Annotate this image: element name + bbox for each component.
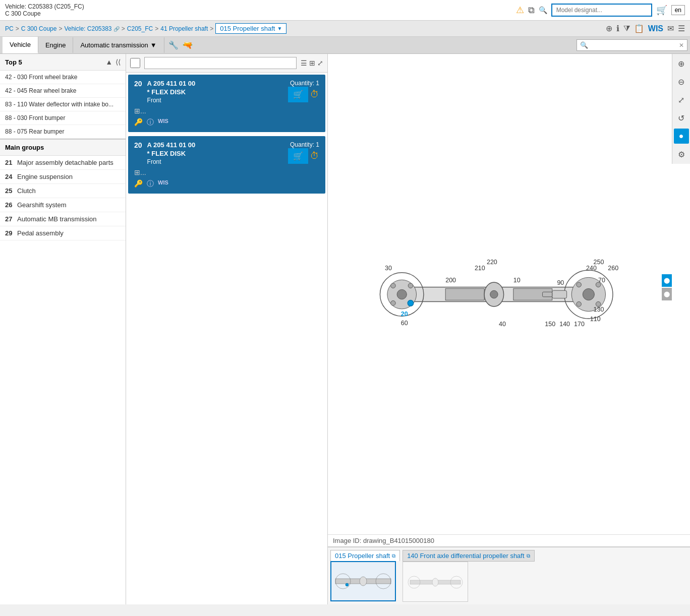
svg-text:260: 260 <box>608 264 618 271</box>
part-0-name: * FLEX DISK <box>147 88 196 96</box>
doc-btn[interactable]: 📋 <box>634 24 644 33</box>
part-0-info-icon[interactable]: ⓘ <box>147 118 154 127</box>
breadcrumb-pc[interactable]: PC <box>5 25 14 32</box>
svg-text:90: 90 <box>557 279 564 286</box>
parts-list-icon[interactable]: ☰ <box>301 59 307 67</box>
diag-rotate-btn[interactable]: ↺ <box>674 110 689 126</box>
part-1-info-icon[interactable]: ⓘ <box>147 179 154 189</box>
svg-point-8 <box>408 300 414 306</box>
svg-text:20: 20 <box>401 311 408 318</box>
zoom-in-btn[interactable]: ⊕ <box>606 24 612 33</box>
diag-zoom-out-btn[interactable]: ⊖ <box>674 74 689 89</box>
breadcrumb-tools: ⊕ ℹ ⧩ 📋 WIS ✉ ☰ <box>606 24 685 33</box>
part-1-sub: Front <box>147 158 196 165</box>
tab-search-clear[interactable]: ✕ <box>679 42 684 49</box>
svg-text:200: 200 <box>445 276 456 283</box>
vehicle-model: C 300 Coupe <box>5 10 84 17</box>
part-1-cart-btn[interactable]: 🛒 <box>288 148 308 164</box>
thumbnail-img-1[interactable] <box>402 562 468 602</box>
tab-tool-icon-2[interactable]: 🔫 <box>183 40 193 50</box>
info-btn[interactable]: ℹ <box>616 24 619 33</box>
part-0-key-icon[interactable]: 🔑 <box>134 118 143 127</box>
breadcrumb-fc[interactable]: C205_FC <box>127 25 153 32</box>
svg-rect-16 <box>445 288 484 300</box>
part-0-wis-icon[interactable]: WIS <box>158 118 168 127</box>
part-0-pos: 20 <box>134 80 142 88</box>
parts-search-input[interactable] <box>144 57 297 69</box>
group-item-25[interactable]: 25 Clutch <box>0 184 126 198</box>
parts-list-header: ☰ ⊞ ⤢ <box>126 54 327 73</box>
part-item-0-header: 20 A 205 411 01 00 * FLEX DISK Front Qua… <box>134 80 319 105</box>
group-item-27[interactable]: 27 Automatic MB transmission <box>0 212 126 226</box>
diagram-svg: 30 20 60 200 210 220 40 10 150 140 170 2… <box>373 231 625 357</box>
breadcrumb-propeller[interactable]: 41 Propeller shaft <box>160 25 208 32</box>
image-id-text: Image ID: drawing_B41015000180 <box>333 537 434 544</box>
thumbnails-row: 015 Propeller shaft ⧉ 140 Front axle dif… <box>328 546 690 604</box>
svg-text:30: 30 <box>385 264 392 271</box>
thumbnail-external-icon-0[interactable]: ⧉ <box>392 553 395 559</box>
thumbnail-tab-0[interactable]: 015 Propeller shaft ⧉ <box>330 550 400 561</box>
breadcrumb-current-item[interactable]: 015 Propeller shaft ▼ <box>215 23 286 34</box>
top5-hide-btn[interactable]: ⟨⟨ <box>116 58 121 66</box>
thumbnail-svg-1 <box>405 564 466 599</box>
thumbnail-img-0[interactable] <box>330 561 396 601</box>
svg-rect-20 <box>552 290 567 298</box>
thumbnail-external-icon-1[interactable]: ⧉ <box>527 553 530 559</box>
svg-text:150: 150 <box>545 320 555 327</box>
alert-icon[interactable]: ⚠ <box>516 5 524 16</box>
copy-icon[interactable]: ⧉ <box>528 5 535 16</box>
diag-highlight-btn[interactable]: ● <box>674 129 689 144</box>
svg-text:170: 170 <box>574 320 585 327</box>
part-1-key-icon[interactable]: 🔑 <box>134 179 143 189</box>
svg-point-3 <box>397 289 407 299</box>
tab-tool-icon-1[interactable]: 🔧 <box>168 40 179 50</box>
diag-zoom-in-btn[interactable]: ⊕ <box>674 56 689 71</box>
group-item-24[interactable]: 24 Engine suspension <box>0 170 126 184</box>
top5-item-4[interactable]: 88 - 075 Rear bumper <box>0 125 126 139</box>
wis-btn[interactable]: WIS <box>648 24 663 33</box>
main-groups-list: 21 Major assembly detachable parts 24 En… <box>0 156 126 604</box>
tab-auto-trans[interactable]: Automatic transmission ▼ <box>73 37 164 53</box>
part-0-cart-btn[interactable]: 🛒 <box>288 87 308 102</box>
parts-grid-icon[interactable]: ⊞ <box>309 59 315 67</box>
top-bar: Vehicle: C205383 (C205_FC) C 300 Coupe ⚠… <box>0 0 690 21</box>
svg-text:220: 220 <box>487 259 497 266</box>
model-search-input[interactable] <box>551 4 652 17</box>
part-1-table-icon[interactable]: ⊞... <box>134 168 146 176</box>
main-groups-header: Main groups <box>0 140 126 156</box>
cart-icon[interactable]: 🛒 <box>656 5 667 16</box>
parts-expand-icon[interactable]: ⤢ <box>317 59 323 67</box>
svg-text:130: 130 <box>594 305 604 313</box>
tab-engine[interactable]: Engine <box>38 37 73 53</box>
group-item-26[interactable]: 26 Gearshift system <box>0 198 126 212</box>
svg-text:250: 250 <box>594 259 604 266</box>
top5-item-3[interactable]: 88 - 030 Front bumper <box>0 111 126 125</box>
breadcrumb-model[interactable]: C 300 Coupe <box>21 25 57 32</box>
group-item-21[interactable]: 21 Major assembly detachable parts <box>0 156 126 170</box>
diag-fit-btn[interactable]: ⤢ <box>674 92 689 107</box>
parts-select-all-checkbox[interactable] <box>130 58 140 68</box>
mail-btn[interactable]: ✉ <box>667 24 674 33</box>
group-item-29[interactable]: 29 Pedal assembly <box>0 226 126 240</box>
breadcrumb-vehicle[interactable]: Vehicle: C205383 🔗 <box>64 25 119 32</box>
top5-item-0[interactable]: 42 - 030 Front wheel brake <box>0 71 126 84</box>
parts-list: ☰ ⊞ ⤢ 20 A 205 411 01 00 * FLEX DISK Fro… <box>126 54 328 604</box>
top5-item-1[interactable]: 42 - 045 Rear wheel brake <box>0 84 126 98</box>
svg-text:10: 10 <box>513 276 521 283</box>
language-button[interactable]: en <box>671 5 685 15</box>
svg-point-5 <box>408 283 413 288</box>
part-1-clock-btn[interactable]: ⏱ <box>310 151 319 161</box>
tab-vehicle[interactable]: Vehicle <box>3 37 38 53</box>
svg-point-12 <box>577 282 582 287</box>
filter-btn[interactable]: ⧩ <box>623 24 630 33</box>
part-0-clock-btn[interactable]: ⏱ <box>310 89 319 100</box>
top5-collapse-btn[interactable]: ▲ <box>105 58 112 66</box>
menu-btn[interactable]: ☰ <box>678 24 685 33</box>
tab-search-input[interactable] <box>588 42 679 49</box>
thumbnail-tab-1[interactable]: 140 Front axle differential propeller sh… <box>402 550 534 562</box>
part-1-wis-icon[interactable]: WIS <box>158 179 168 189</box>
part-0-table-icon[interactable]: ⊞... <box>134 107 146 115</box>
top5-item-2[interactable]: 83 - 110 Water deflector with intake bo.… <box>0 98 126 111</box>
diag-settings-btn[interactable]: ⚙ <box>674 147 689 162</box>
tab-search-container: 🔍 ✕ <box>577 39 687 51</box>
